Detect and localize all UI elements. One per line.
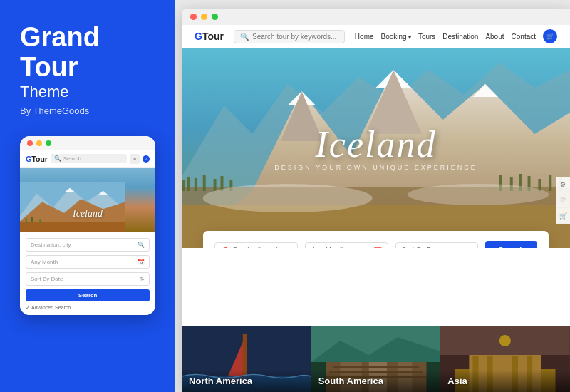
brand-author: By ThemeGoods [20, 105, 155, 116]
calendar-icon: 📅 [373, 247, 382, 249]
card-north-america[interactable]: North America [182, 326, 311, 392]
mockup-advanced-search[interactable]: ✓ Advanced Search [26, 305, 150, 311]
svg-rect-45 [333, 366, 419, 368]
svg-rect-19 [187, 177, 190, 191]
site-nav-links: Home Booking Tours Destination About Con… [355, 29, 557, 43]
mockup-month-input[interactable]: Any Month 📅 [26, 255, 150, 269]
month-field[interactable]: 📅 [305, 242, 388, 249]
svg-rect-5 [20, 222, 125, 232]
search-icon: 🔍 [240, 33, 249, 41]
side-wishlist-button[interactable]: ♡ [556, 192, 570, 208]
search-button[interactable]: Search [485, 241, 537, 248]
sort-field[interactable]: ⇅ [395, 242, 479, 249]
mockup-logo: GTour [26, 155, 48, 163]
sort-input[interactable] [402, 247, 463, 249]
mockup-destination-input[interactable]: Destination, city 🔍 [26, 238, 150, 252]
browser-minimize-btn[interactable] [201, 14, 207, 20]
svg-rect-23 [221, 176, 224, 191]
hero-title: Iceland [316, 123, 437, 165]
asia-overlay: Asia [440, 370, 570, 392]
svg-rect-21 [203, 175, 206, 191]
svg-rect-18 [182, 180, 185, 191]
mockup-cart-badge[interactable]: 2 [142, 155, 150, 163]
brand-title: Grand Tour [20, 23, 155, 83]
mockup-hero-title: Iceland [73, 208, 103, 220]
svg-point-60 [499, 335, 511, 346]
site-search-input[interactable] [252, 33, 338, 41]
browser-close-btn[interactable] [190, 14, 197, 20]
north-america-overlay: North America [182, 370, 311, 392]
nav-contact[interactable]: Contact [512, 33, 536, 41]
destination-cards: North America [182, 326, 570, 392]
brand-subtitle: Theme [20, 83, 155, 101]
destination-input[interactable] [233, 247, 291, 249]
nav-destination[interactable]: Destination [442, 33, 478, 41]
nav-booking[interactable]: Booking [381, 33, 411, 41]
mockup-search-button[interactable]: Search [26, 289, 150, 301]
hero-subtitle: DESIGN YOUR OWN UNIQUE EXPERIENCE [274, 164, 477, 171]
mockup-icons: ≡ 2 [130, 154, 150, 164]
side-buttons: ⚙ ♡ 🛒 [556, 177, 570, 224]
svg-rect-22 [214, 179, 217, 191]
svg-point-34 [408, 184, 549, 205]
mockup-sort-input[interactable]: Sort By Date ⇅ [26, 272, 150, 286]
mockup-dot-yellow [36, 140, 42, 146]
side-cart-button[interactable]: 🛒 [556, 208, 570, 224]
browser-maximize-btn[interactable] [212, 14, 218, 20]
mockup-form: Destination, city 🔍 Any Month 📅 Sort By … [20, 232, 155, 315]
site-search-box[interactable]: 🔍 [234, 30, 345, 43]
site-hero: Iceland DESIGN YOUR OWN UNIQUE EXPERIENC… [182, 48, 570, 248]
search-overlay: 📍 📅 ⇅ Search [203, 231, 549, 248]
svg-rect-20 [195, 178, 197, 191]
nav-home[interactable]: Home [355, 33, 374, 41]
mockup-navbar: GTour 🔍 Search... ≡ 2 [20, 150, 155, 168]
mockup-search-box[interactable]: 🔍 Search... [51, 154, 127, 163]
nav-cart-icon[interactable]: 🛒 [543, 29, 557, 43]
site-logo: GTour [195, 31, 224, 42]
mockup-topbar [20, 136, 155, 150]
card-south-america[interactable]: South America [311, 326, 441, 392]
browser-topbar [182, 9, 570, 25]
destination-field[interactable]: 📍 [214, 242, 298, 249]
svg-rect-8 [39, 219, 41, 222]
side-settings-button[interactable]: ⚙ [556, 177, 570, 192]
svg-rect-7 [31, 217, 33, 222]
asia-label: Asia [447, 376, 563, 386]
browser-frame: GTour 🔍 Home Booking Tours Destination A… [182, 9, 570, 392]
mockup-dot-red [27, 140, 33, 146]
right-panel: GTour 🔍 Home Booking Tours Destination A… [175, 0, 570, 392]
sort-icon: ⇅ [466, 247, 472, 249]
mockup-mountain-svg [20, 182, 125, 232]
nav-tours[interactable]: Tours [418, 33, 435, 41]
destination-icon: 📍 [221, 247, 229, 249]
svg-rect-6 [26, 218, 27, 222]
nav-about[interactable]: About [485, 33, 504, 41]
mockup-menu-icon[interactable]: ≡ [130, 154, 140, 164]
south-america-label: South America [318, 376, 434, 386]
svg-point-33 [203, 184, 373, 212]
mockup-hero: Iceland [20, 168, 155, 232]
left-panel: Grand Tour Theme By ThemeGoods GTour 🔍 S… [0, 0, 175, 392]
site-navbar: GTour 🔍 Home Booking Tours Destination A… [182, 25, 570, 48]
card-asia[interactable]: Asia [440, 326, 570, 392]
north-america-label: North America [189, 376, 304, 386]
month-input[interactable] [311, 247, 370, 249]
south-america-overlay: South America [311, 370, 441, 392]
svg-rect-30 [549, 175, 551, 191]
mockup-dot-green [46, 140, 51, 146]
mobile-mockup: GTour 🔍 Search... ≡ 2 [20, 136, 155, 315]
